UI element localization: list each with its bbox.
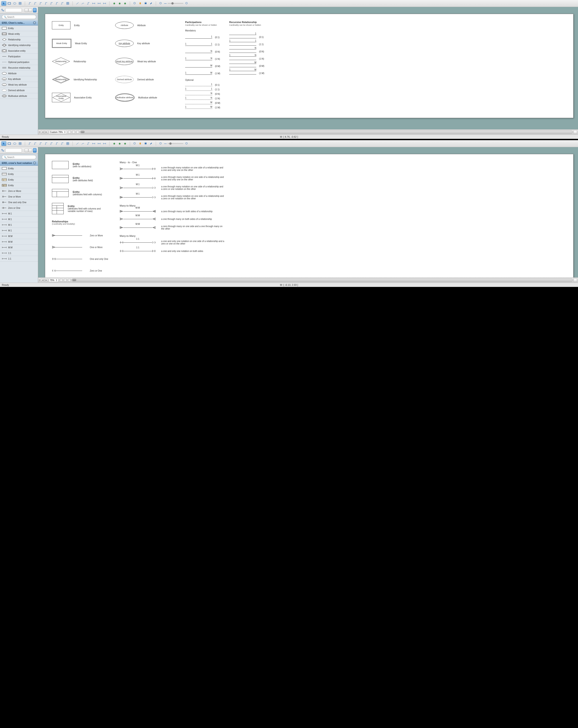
crow-relationship-line[interactable]: 1:1 xyxy=(120,250,156,253)
participation-line[interactable]: 1M xyxy=(185,71,212,75)
relationship-line[interactable] xyxy=(52,258,85,260)
shape-item[interactable]: One or More xyxy=(0,194,38,200)
zoom-dropdown[interactable]: 75%▲▼ xyxy=(49,278,58,282)
zoom-out-button[interactable] xyxy=(158,1,163,6)
grid-view-icon[interactable] xyxy=(25,8,28,12)
crow-relationship-line[interactable]: M:M xyxy=(120,226,156,229)
conn7-tool[interactable] xyxy=(60,1,65,6)
crow-relationship-line[interactable]: M:1 xyxy=(120,177,156,180)
conn3-tool[interactable] xyxy=(38,1,43,6)
pencil-tool[interactable] xyxy=(149,1,153,6)
recursive-line[interactable]: M xyxy=(229,64,256,67)
insert-tool[interactable] xyxy=(65,1,70,6)
shape-item[interactable]: Participation xyxy=(0,54,38,59)
crow-relationship-line[interactable]: M:M xyxy=(120,210,156,213)
shape-item[interactable]: Identifying relationship xyxy=(0,43,38,48)
conn2-tool[interactable] xyxy=(33,141,38,146)
canvas-scroll[interactable]: EntityEntityWeak EntityWeak EntityRelati… xyxy=(38,7,578,129)
search-button[interactable] xyxy=(33,148,36,153)
cursor-tool[interactable] xyxy=(1,141,6,146)
pencil-tool[interactable] xyxy=(149,141,153,146)
participation-line-dashed[interactable]: 1M xyxy=(185,105,212,109)
shape-item[interactable]: Entity xyxy=(0,166,38,171)
zoom-in-button[interactable] xyxy=(184,141,189,146)
entity-shape[interactable]: Weak Entity xyxy=(52,39,71,48)
conn6-tool[interactable] xyxy=(54,141,59,146)
shape-item[interactable]: M:1 xyxy=(0,211,38,216)
crow-relationship-line[interactable]: M:M xyxy=(120,217,156,220)
connector-tool[interactable] xyxy=(27,1,32,6)
shape-list[interactable]: EntityEntityEntityEntityZero or MoreOne … xyxy=(0,166,38,283)
dim2-tool[interactable] xyxy=(97,141,102,146)
entity-shape[interactable] xyxy=(52,203,64,214)
conn4-tool[interactable] xyxy=(44,1,49,6)
participation-line-dashed[interactable]: 1N xyxy=(185,96,212,100)
zoom-dropdown[interactable]: Custom 79%▲▼ xyxy=(49,130,67,134)
shape-item[interactable]: M:M xyxy=(0,233,38,239)
ellipse-tool[interactable] xyxy=(12,1,17,6)
dim3-tool[interactable] xyxy=(102,1,107,6)
attribute-shape[interactable]: Attribute xyxy=(115,22,134,29)
dim-tool[interactable] xyxy=(91,1,96,6)
zoom-tool[interactable] xyxy=(132,1,137,6)
attribute-shape[interactable]: Derived attribute xyxy=(115,76,134,83)
line-tool[interactable] xyxy=(75,1,80,6)
tab-box[interactable] xyxy=(64,279,67,282)
shape-item[interactable]: Recursive relationship xyxy=(0,65,38,71)
crow-relationship-line[interactable]: M:1 xyxy=(120,186,156,189)
grid-icon[interactable] xyxy=(574,278,577,282)
crow-relationship-line[interactable]: M:1 xyxy=(120,196,156,199)
dim3-tool[interactable] xyxy=(102,141,107,146)
list-view-icon[interactable] xyxy=(28,8,32,12)
curve-tool[interactable] xyxy=(80,1,85,6)
curve-tool[interactable] xyxy=(80,141,85,146)
tab-box[interactable] xyxy=(72,131,75,133)
star3-tool[interactable] xyxy=(123,1,128,6)
relationship-line[interactable] xyxy=(52,269,85,272)
participation-line-dashed[interactable]: M xyxy=(185,101,212,104)
shape-list[interactable]: EntityWeak entityRelationshipIdentifying… xyxy=(0,26,38,134)
entity-shape[interactable] xyxy=(52,161,69,169)
conn6-tool[interactable] xyxy=(54,1,59,6)
shape-item[interactable]: Entity xyxy=(0,177,38,183)
horizontal-scrollbar[interactable] xyxy=(72,278,573,282)
pan-tool[interactable] xyxy=(138,141,143,146)
ellipse-tool[interactable] xyxy=(12,141,17,146)
recursive-line[interactable]: N xyxy=(229,49,256,53)
participation-line[interactable]: N xyxy=(185,50,212,53)
star-tool[interactable] xyxy=(112,1,117,6)
shape-item[interactable]: Optional participation xyxy=(0,59,38,65)
shape-item[interactable]: Entity xyxy=(0,171,38,177)
list-view-icon[interactable] xyxy=(28,149,32,152)
shape-item[interactable]: Weak key attribute xyxy=(0,82,38,87)
shape-item[interactable]: Multivalue attribute xyxy=(0,93,38,99)
star-tool[interactable] xyxy=(112,141,117,146)
print-tool[interactable] xyxy=(143,1,148,6)
search-button[interactable] xyxy=(33,8,36,12)
dim-tool[interactable] xyxy=(91,141,96,146)
table-tool[interactable] xyxy=(18,141,23,146)
shape-item[interactable]: M:1 xyxy=(0,228,38,233)
star2-tool[interactable] xyxy=(117,141,122,146)
entity-shape[interactable]: Entity xyxy=(52,21,71,29)
print-tool[interactable] xyxy=(143,141,148,146)
shape-item[interactable]: 1:1 xyxy=(0,256,38,262)
grid-view-icon[interactable] xyxy=(25,149,28,152)
relationship-shape[interactable]: Relationship xyxy=(52,57,70,66)
address-box[interactable] xyxy=(5,148,22,152)
polyline-tool[interactable] xyxy=(86,141,91,146)
star3-tool[interactable] xyxy=(123,141,128,146)
next-page-button[interactable]: ▶ xyxy=(45,279,48,282)
entity-shape[interactable] xyxy=(52,189,69,197)
shape-item[interactable]: Attribute xyxy=(0,71,38,76)
shape-item[interactable]: M:1 xyxy=(0,222,38,228)
insert-tool[interactable] xyxy=(65,141,70,146)
tab-box[interactable] xyxy=(76,131,79,133)
shape-item[interactable]: Zero or More xyxy=(0,188,38,194)
star2-tool[interactable] xyxy=(117,1,122,6)
recursive-line[interactable]: 1N xyxy=(229,56,256,60)
attribute-shape[interactable]: Weak key attribute xyxy=(115,58,134,65)
close-icon[interactable]: × xyxy=(33,21,36,24)
tab-box[interactable] xyxy=(60,279,62,282)
conn5-tool[interactable] xyxy=(49,1,54,6)
